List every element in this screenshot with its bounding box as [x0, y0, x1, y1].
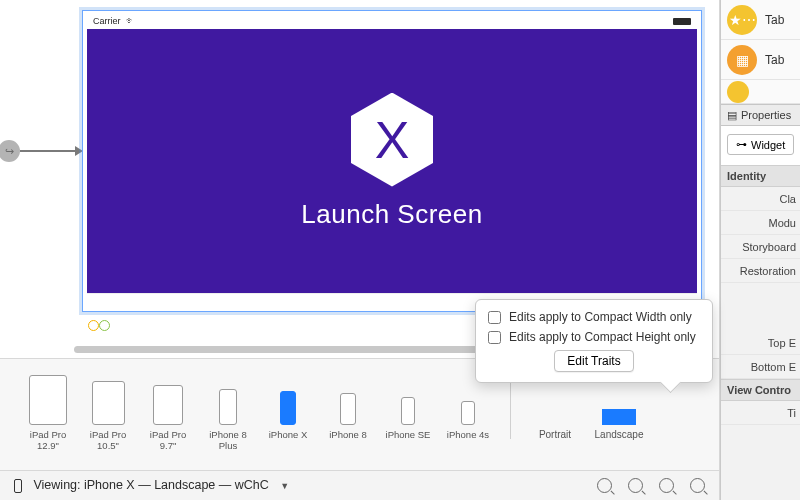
zoom-fit-button[interactable] — [628, 478, 643, 493]
device-sublabel: 9.7" — [160, 440, 177, 451]
device-label: iPhone 8 — [209, 429, 247, 440]
lib-icon — [727, 81, 749, 103]
device-ipad-pro-97[interactable]: iPad Pro9.7" — [138, 369, 198, 451]
edit-traits-button[interactable]: Edit Traits — [554, 350, 633, 372]
device-label: iPhone SE — [386, 429, 431, 440]
launch-screen-view[interactable]: X Launch Screen — [87, 29, 697, 293]
device-iphone-se[interactable]: iPhone SE — [378, 369, 438, 440]
library-item-label: Tab — [765, 13, 784, 27]
device-ipad-pro-129[interactable]: iPad Pro12.9" — [18, 369, 78, 451]
device-label: iPad Pro — [90, 429, 126, 440]
library-item-tab1[interactable]: ★⋯ Tab — [721, 0, 800, 40]
compact-height-checkbox-row[interactable]: Edits apply to Compact Height only — [488, 330, 700, 344]
device-ipad-pro-105[interactable]: iPad Pro10.5" — [78, 369, 138, 451]
design-canvas[interactable]: ↪ Carrier ᯤ X Launch Screen — [0, 0, 719, 338]
viewing-text: Viewing: iPhone X — Landscape — wChC — [33, 478, 268, 492]
device-label: iPhone X — [269, 429, 308, 440]
orientation-label: Portrait — [539, 429, 571, 440]
prop-modu[interactable]: Modu — [721, 211, 800, 235]
disclosure-icon[interactable]: ▼ — [280, 481, 289, 491]
scene-frame[interactable]: Carrier ᯤ X Launch Screen — [82, 10, 702, 312]
device-iphone-8[interactable]: iPhone 8 — [318, 369, 378, 440]
prop-top[interactable]: Top E — [721, 331, 800, 355]
grid-icon: ▦ — [727, 45, 757, 75]
properties-icon: ▤ — [727, 109, 737, 122]
compact-width-label: Edits apply to Compact Width only — [509, 310, 692, 324]
properties-tab[interactable]: ▤ Properties — [721, 104, 800, 126]
zoom-actual-button[interactable] — [659, 478, 674, 493]
device-label: iPhone 4s — [447, 429, 489, 440]
compact-width-checkbox-row[interactable]: Edits apply to Compact Width only — [488, 310, 700, 324]
zoom-out-button[interactable] — [597, 478, 612, 493]
device-tray: iPad Pro12.9"iPad Pro10.5"iPad Pro9.7"iP… — [0, 358, 719, 470]
launch-title-label: Launch Screen — [301, 199, 482, 230]
zoom-in-button[interactable] — [690, 478, 705, 493]
device-label: iPad Pro — [150, 429, 186, 440]
device-iphone-8-Plus[interactable]: iPhone 8Plus — [198, 369, 258, 451]
view-controller-icon[interactable] — [88, 320, 99, 331]
inspector-panel: ★⋯ Tab ▦ Tab ▤ Properties ⊶ Widget Ident… — [720, 0, 800, 500]
orientation-label: Landscape — [595, 429, 644, 440]
identity-section-header: Identity — [721, 165, 800, 187]
prop-title[interactable]: Ti — [721, 401, 800, 425]
library-item-tab3[interactable] — [721, 80, 800, 104]
prop-storyboard[interactable]: Storyboard — [721, 235, 800, 259]
battery-icon — [673, 18, 691, 25]
zoom-controls — [597, 478, 705, 493]
view-controller-section-header: View Contro — [721, 379, 800, 401]
link-icon: ⊶ — [736, 138, 747, 151]
device-label: iPhone 8 — [329, 429, 367, 440]
device-sublabel: Plus — [219, 440, 237, 451]
prop-restoration[interactable]: Restoration — [721, 259, 800, 283]
scene-dock[interactable] — [88, 318, 110, 331]
properties-tab-label: Properties — [741, 109, 791, 121]
device-iphone-x[interactable]: iPhone X — [258, 369, 318, 440]
library-item-tab2[interactable]: ▦ Tab — [721, 40, 800, 80]
entry-point-orb[interactable]: ↪ — [0, 140, 20, 162]
widget-tab-button[interactable]: ⊶ Widget — [727, 134, 794, 155]
prop-cla[interactable]: Cla — [721, 187, 800, 211]
device-sublabel: 12.9" — [37, 440, 59, 451]
footer-bar: Viewing: iPhone X — Landscape — wChC ▼ — [0, 470, 719, 500]
device-label: iPad Pro — [30, 429, 66, 440]
device-sublabel: 10.5" — [97, 440, 119, 451]
star-more-icon: ★⋯ — [727, 5, 757, 35]
compact-width-checkbox[interactable] — [488, 311, 501, 324]
widget-tab-label: Widget — [751, 139, 785, 151]
first-responder-icon[interactable] — [99, 320, 110, 331]
entry-arrow — [20, 150, 80, 152]
viewing-label[interactable]: Viewing: iPhone X — Landscape — wChC ▼ — [14, 478, 289, 493]
device-glyph-icon — [14, 479, 22, 493]
device-status-bar: Carrier ᯤ — [87, 15, 697, 27]
compact-height-checkbox[interactable] — [488, 331, 501, 344]
library-item-label: Tab — [765, 53, 784, 67]
xamarin-logo-icon: X — [351, 93, 433, 187]
prop-bottom[interactable]: Bottom E — [721, 355, 800, 379]
compact-height-label: Edits apply to Compact Height only — [509, 330, 696, 344]
logo-letter: X — [375, 110, 410, 170]
traits-popover: Edits apply to Compact Width only Edits … — [475, 299, 713, 383]
